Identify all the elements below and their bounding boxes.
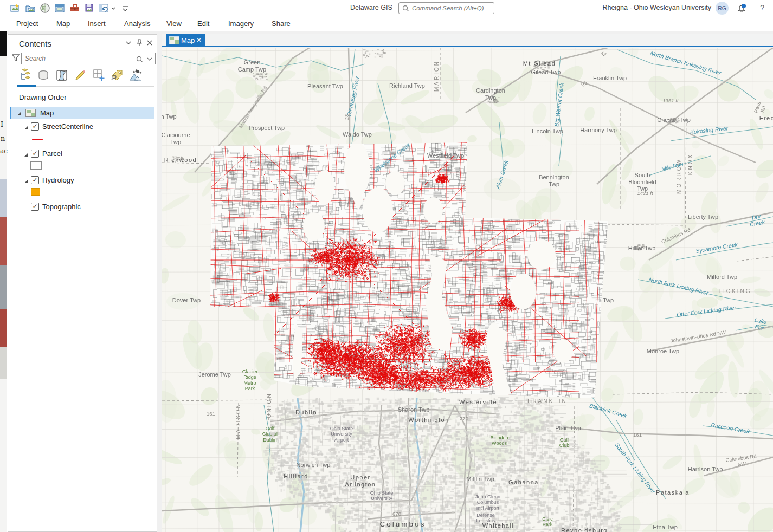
signed-in-user[interactable]: Rheigna - Ohio Wesleyan University — [602, 4, 711, 11]
filter-icon[interactable] — [12, 54, 20, 63]
pane-title: Contents — [19, 39, 51, 48]
pane-close-icon[interactable] — [145, 39, 154, 48]
undo-icon[interactable] — [98, 2, 117, 14]
command-search-input[interactable] — [412, 3, 492, 13]
map-icon — [169, 36, 179, 44]
layer-checkbox[interactable]: ✓ — [31, 122, 39, 131]
background-window-block — [0, 31, 7, 56]
list-by-data-source-icon[interactable] — [36, 68, 50, 82]
contents-search-box[interactable] — [21, 53, 156, 64]
expander-icon[interactable] — [24, 179, 28, 183]
selected-tab-underline — [17, 85, 36, 87]
toolbox-icon[interactable] — [69, 2, 81, 14]
web-map-icon[interactable] — [39, 2, 51, 14]
background-map-fragment — [0, 347, 7, 379]
new-map-view-icon[interactable] — [54, 2, 66, 14]
customize-quick-access-icon[interactable] — [119, 2, 131, 14]
ribbon-tab-bar: Project Map Insert Analysis View Edit Im… — [0, 16, 773, 31]
layer-checkbox[interactable]: ✓ — [31, 150, 39, 158]
avatar[interactable]: RG — [716, 2, 729, 15]
ribbon-tab-share[interactable]: Share — [272, 16, 291, 31]
pane-splitter[interactable] — [157, 34, 162, 532]
layer-label: Topographic — [42, 203, 81, 211]
expander-icon[interactable] — [17, 112, 21, 115]
expander-icon[interactable] — [24, 153, 28, 157]
list-by-perspective-icon[interactable] — [128, 68, 143, 82]
layer-checkbox[interactable]: ✓ — [31, 176, 39, 184]
background-map-fragment — [0, 309, 7, 347]
view-tab-label: Map — [181, 36, 195, 44]
layer-row-hydrology[interactable]: ✓ Hydrology — [11, 175, 154, 187]
search-icon — [136, 56, 143, 63]
ribbon-tab-edit[interactable]: Edit — [197, 16, 209, 31]
background-map-fragment — [0, 265, 7, 309]
list-by-snapping-icon[interactable] — [92, 68, 106, 82]
layer-row-topographic[interactable]: ✓ Topographic — [11, 202, 154, 213]
notifications-bell-icon[interactable] — [736, 3, 747, 14]
layer-label: Hydrology — [42, 176, 74, 184]
contents-toolbar — [8, 68, 158, 88]
layer-label: StreetCenterline — [42, 122, 93, 131]
ribbon-tab-imagery[interactable]: Imagery — [228, 16, 254, 31]
list-by-labeling-icon[interactable] — [110, 68, 124, 82]
map-icon — [25, 109, 36, 117]
map-body: Green Camp TwpPleasant TwpRichland TwpMA… — [162, 48, 773, 532]
layer-row-parcel[interactable]: ✓ Parcel — [11, 148, 154, 160]
contents-pane: Contents Drawing Order — [8, 34, 157, 532]
pane-menu-chevron-icon[interactable] — [124, 39, 133, 48]
ribbon-tab-project[interactable]: Project — [16, 16, 38, 31]
title-bar: Delaware GIS Rheigna - Ohio Wesleyan Uni… — [0, 0, 773, 16]
expander-icon[interactable] — [24, 126, 28, 129]
background-map-fragment — [0, 179, 7, 217]
ribbon-tab-insert[interactable]: Insert — [88, 16, 106, 31]
hydrology-legend-swatch[interactable] — [31, 188, 40, 196]
chevron-down-icon[interactable] — [146, 57, 153, 62]
map-view: Map ✕ Green Camp TwpPleasant TwpRichland… — [162, 34, 773, 532]
contents-search-input[interactable] — [25, 54, 133, 63]
view-tab-strip: Map ✕ — [162, 34, 773, 47]
pane-pin-icon[interactable] — [135, 39, 144, 48]
list-by-selection-icon[interactable] — [55, 68, 69, 82]
streetcenterline-legend-swatch[interactable] — [32, 139, 43, 140]
app-context-title: Delaware GIS — [350, 4, 392, 11]
save-project-icon[interactable] — [83, 2, 95, 14]
layer-label: Parcel — [42, 150, 62, 158]
background-text-fragment: I — [1, 120, 3, 128]
ribbon-tab-map[interactable]: Map — [56, 16, 70, 31]
search-icon — [402, 5, 409, 12]
open-project-icon[interactable] — [24, 2, 36, 14]
background-text-fragment: ac — [0, 147, 8, 155]
background-text-fragment: n — [1, 134, 5, 142]
close-icon[interactable]: ✕ — [196, 36, 202, 44]
layer-checkbox[interactable]: ✓ — [31, 203, 39, 211]
list-by-drawing-order-icon[interactable] — [18, 68, 32, 82]
view-tab-map[interactable]: Map ✕ — [166, 34, 205, 47]
ribbon-tab-analysis[interactable]: Analysis — [124, 16, 150, 31]
background-window-strip: I n ac — [0, 0, 7, 532]
layer-row-map[interactable]: Map — [10, 107, 154, 119]
map-canvas[interactable] — [162, 48, 773, 532]
layer-label: Map — [40, 109, 54, 117]
ribbon-tab-view[interactable]: View — [166, 16, 182, 31]
background-map-fragment — [0, 217, 7, 265]
new-project-icon[interactable] — [9, 2, 21, 14]
help-icon[interactable]: ? — [760, 3, 764, 12]
command-search[interactable] — [398, 2, 494, 14]
drawing-order-label: Drawing Order — [19, 93, 67, 101]
list-by-editing-icon[interactable] — [73, 68, 87, 82]
parcel-legend-swatch[interactable] — [30, 161, 42, 170]
layer-row-streetcenterline[interactable]: ✓ StreetCenterline — [11, 121, 154, 133]
toolbar-underline — [36, 86, 154, 87]
